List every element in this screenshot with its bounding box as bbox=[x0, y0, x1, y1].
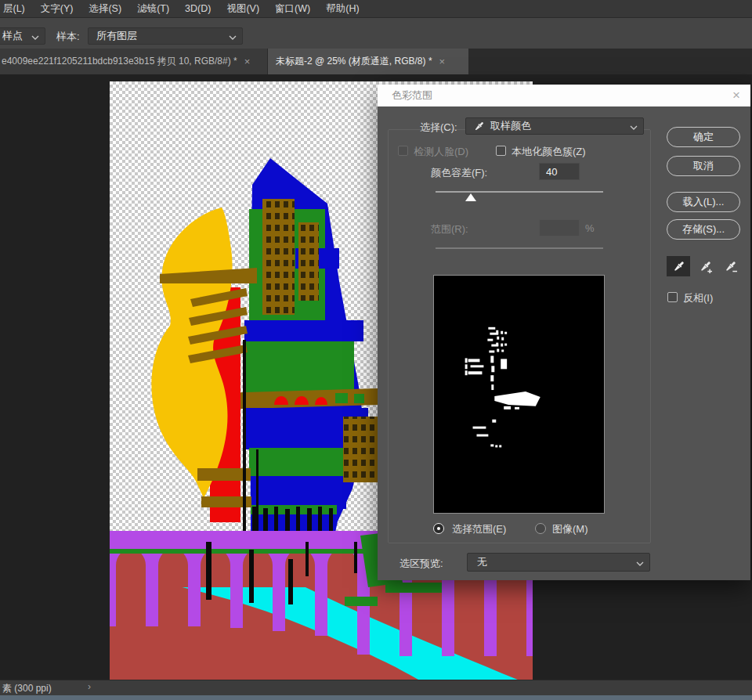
localized-clusters-label: 本地化颜色簇(Z) bbox=[512, 145, 586, 159]
tab-document-1[interactable]: e4009ee221f1205211bdcb913e3b15 拷贝 10, RG… bbox=[0, 49, 267, 74]
fuzziness-slider-track[interactable] bbox=[436, 191, 603, 193]
status-bar: 素 (300 ppi) › bbox=[0, 680, 752, 695]
menu-item-view[interactable]: 视图(V) bbox=[223, 0, 272, 17]
invert-checkbox[interactable] bbox=[667, 292, 678, 302]
sample-layers-value: 所有图层 bbox=[89, 29, 137, 43]
selection-preview-dropdown[interactable]: 无 bbox=[467, 553, 650, 572]
menu-bar: 层(L) 文字(Y) 选择(S) 滤镜(T) 3D(D) 视图(V) 窗口(W)… bbox=[0, 0, 752, 17]
select-label: 选择(C): bbox=[420, 121, 457, 135]
ok-button[interactable]: 确定 bbox=[667, 127, 740, 147]
color-range-dialog: 色彩范围 × 选择(C): 取样颜色 检测人脸(D) 本地化颜色簇(Z) 颜色容… bbox=[378, 85, 750, 580]
selection-mask-marks bbox=[434, 276, 604, 513]
fuzziness-label: 颜色容差(F): bbox=[431, 166, 487, 180]
detect-faces-label: 检测人脸(D) bbox=[414, 145, 468, 159]
tab-close-icon[interactable]: × bbox=[439, 56, 446, 67]
eyedropper-plus-icon bbox=[699, 260, 712, 273]
selection-radio[interactable] bbox=[433, 523, 444, 534]
menu-item-layer[interactable]: 层(L) bbox=[0, 0, 38, 17]
load-label: 载入(L)... bbox=[683, 195, 725, 209]
dialog-titlebar[interactable]: 色彩范围 × bbox=[378, 85, 750, 106]
dialog-close-icon[interactable]: × bbox=[732, 85, 740, 106]
eyedropper-icon bbox=[672, 260, 685, 273]
eyedropper-add-button[interactable] bbox=[693, 256, 717, 276]
eyedropper-icon bbox=[473, 121, 485, 132]
load-button[interactable]: 载入(L)... bbox=[667, 192, 740, 212]
menu-item-help[interactable]: 帮助(H) bbox=[323, 0, 371, 17]
selection-radio-label: 选择范围(E) bbox=[452, 522, 506, 536]
document-tab-bar: e4009ee221f1205211bdcb913e3b15 拷贝 10, RG… bbox=[0, 49, 752, 74]
chevron-down-icon bbox=[636, 555, 644, 569]
tab-close-icon[interactable]: × bbox=[244, 56, 251, 67]
menu-item-select[interactable]: 选择(S) bbox=[85, 0, 134, 17]
localized-clusters-checkbox[interactable] bbox=[496, 146, 506, 156]
fuzziness-input[interactable] bbox=[539, 163, 580, 180]
sample-size-value: 样点 bbox=[0, 29, 23, 43]
chevron-down-icon bbox=[630, 119, 638, 133]
eyedropper-minus-icon bbox=[724, 260, 737, 273]
select-value: 取样颜色 bbox=[485, 119, 531, 133]
eyedropper-subtract-button[interactable] bbox=[719, 256, 741, 276]
eyedropper-sample-button[interactable] bbox=[667, 256, 690, 276]
menu-item-3d[interactable]: 3D(D) bbox=[182, 0, 223, 17]
selection-preview-label: 选区预览: bbox=[400, 557, 443, 571]
tab-title: e4009ee221f1205211bdcb913e3b15 拷贝 10, RG… bbox=[2, 55, 237, 68]
range-label: 范围(R): bbox=[431, 222, 468, 236]
tab-title: 未标题-2 @ 25% (材质通道, RGB/8) * bbox=[276, 55, 432, 68]
sample-layers-dropdown[interactable]: 所有图层 bbox=[88, 27, 243, 45]
fuzziness-slider-thumb[interactable] bbox=[465, 193, 476, 201]
tool-options-bar: 样点 样本: 所有图层 bbox=[0, 17, 752, 49]
image-radio[interactable] bbox=[535, 523, 546, 534]
selection-preview-thumbnail bbox=[433, 275, 605, 514]
chevron-down-icon bbox=[31, 29, 39, 43]
image-radio-label: 图像(M) bbox=[552, 522, 588, 536]
detect-faces-checkbox bbox=[398, 146, 408, 156]
status-chevron-icon[interactable]: › bbox=[88, 681, 91, 692]
save-label: 存储(S)... bbox=[682, 222, 725, 236]
sample-label: 样本: bbox=[56, 30, 80, 44]
range-slider-track bbox=[436, 247, 603, 249]
menu-item-type[interactable]: 文字(Y) bbox=[38, 0, 86, 17]
menu-item-window[interactable]: 窗口(W) bbox=[272, 0, 323, 17]
tab-document-2-active[interactable]: 未标题-2 @ 25% (材质通道, RGB/8) * × bbox=[268, 49, 468, 74]
left-structure-shapes bbox=[151, 207, 257, 522]
range-unit: % bbox=[585, 222, 595, 234]
save-button[interactable]: 存储(S)... bbox=[667, 219, 740, 240]
selection-preview-value: 无 bbox=[468, 555, 487, 569]
cancel-label: 取消 bbox=[693, 159, 714, 173]
sample-size-dropdown[interactable]: 样点 bbox=[0, 27, 45, 45]
invert-label: 反相(I) bbox=[683, 291, 713, 305]
ok-label: 确定 bbox=[693, 130, 714, 144]
bottom-edge-strip bbox=[0, 695, 752, 700]
menu-item-filter[interactable]: 滤镜(T) bbox=[134, 0, 182, 17]
select-dropdown[interactable]: 取样颜色 bbox=[465, 117, 644, 135]
cancel-button[interactable]: 取消 bbox=[667, 156, 740, 176]
chevron-down-icon bbox=[229, 29, 237, 43]
dialog-title: 色彩范围 bbox=[392, 85, 432, 106]
range-input bbox=[539, 219, 580, 236]
status-text: 素 (300 ppi) bbox=[2, 682, 52, 695]
